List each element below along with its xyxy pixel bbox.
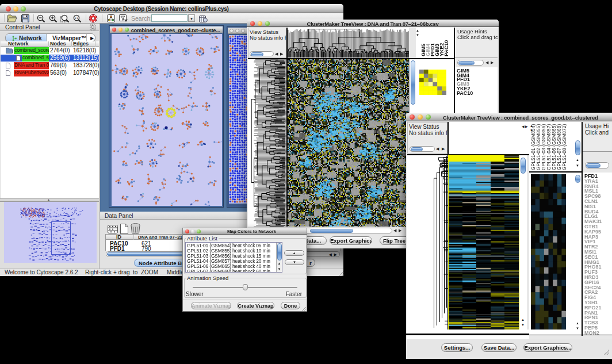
svg-text:1:1: 1:1: [75, 17, 79, 20]
